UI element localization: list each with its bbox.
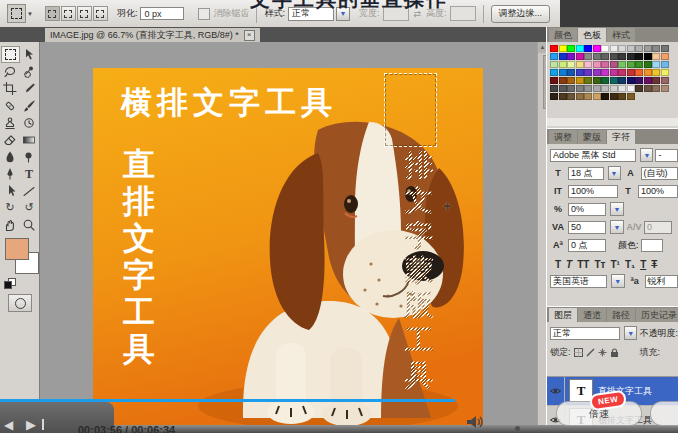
color-swatch[interactable] — [635, 61, 643, 68]
tool-line[interactable] — [20, 182, 39, 199]
document-tab[interactable]: IMAGE.jpg @ 66.7% (直排文字工具, RGB/8#) * × — [45, 28, 260, 42]
refine-edge-button[interactable]: 调整边缘... — [491, 5, 551, 23]
color-swatch[interactable] — [559, 77, 567, 84]
color-swatch[interactable] — [635, 45, 643, 52]
tool-clone-stamp[interactable] — [1, 114, 20, 131]
eye-cell[interactable] — [547, 377, 565, 405]
color-swatch[interactable] — [593, 61, 601, 68]
color-swatch[interactable] — [627, 45, 635, 52]
color-swatch[interactable] — [618, 53, 626, 60]
marquee-tool-preview[interactable] — [7, 4, 26, 23]
tracking-chevron-icon[interactable]: ▼ — [610, 220, 624, 234]
settings-dot-icon[interactable] — [515, 426, 520, 431]
font-size-chevron-icon[interactable]: ▼ — [608, 166, 621, 180]
color-swatch[interactable] — [652, 53, 660, 60]
color-swatch[interactable] — [584, 93, 592, 100]
color-swatch[interactable] — [559, 53, 567, 60]
baseline-input[interactable]: 0 点 — [568, 239, 606, 252]
color-swatch[interactable] — [652, 45, 660, 52]
color-swatch[interactable] — [550, 85, 558, 92]
faux-bold-button[interactable]: T — [555, 259, 561, 270]
antialias-checkbox[interactable] — [198, 8, 210, 20]
lock-transparency-icon[interactable] — [574, 348, 583, 357]
color-swatch[interactable] — [601, 53, 609, 60]
color-swatch[interactable] — [567, 77, 575, 84]
color-swatch[interactable] — [601, 69, 609, 76]
color-swatch[interactable] — [644, 77, 652, 84]
color-swatch[interactable] — [559, 85, 567, 92]
leading-select[interactable]: (自动) — [641, 167, 678, 180]
color-swatch[interactable] — [584, 77, 592, 84]
color-swatch[interactable] — [576, 61, 584, 68]
color-swatch[interactable] — [576, 45, 584, 52]
color-swatch[interactable] — [593, 45, 601, 52]
tool-brush[interactable] — [20, 97, 39, 114]
color-swatch[interactable] — [661, 85, 669, 92]
color-swatch[interactable] — [652, 61, 660, 68]
tab-channels[interactable]: 通道 — [578, 308, 606, 322]
tool-3d-orbit[interactable]: ↺ — [20, 199, 39, 216]
tool-path-selection[interactable] — [1, 182, 20, 199]
tool-3d-rotate[interactable]: ↻ — [1, 199, 20, 216]
color-swatch[interactable] — [601, 85, 609, 92]
font-style-select[interactable]: - — [655, 149, 678, 162]
font-family-chevron-icon[interactable]: ▼ — [640, 148, 653, 162]
color-swatch[interactable] — [584, 69, 592, 76]
color-swatch[interactable] — [576, 53, 584, 60]
color-swatch[interactable] — [635, 77, 643, 84]
color-swatch[interactable] — [576, 77, 584, 84]
color-swatch[interactable] — [567, 85, 575, 92]
antialias-select[interactable]: 锐利 — [645, 275, 678, 288]
tool-blur[interactable] — [1, 148, 20, 165]
color-swatch[interactable] — [627, 93, 635, 100]
tool-quick-selection[interactable] — [20, 63, 39, 80]
tab-styles[interactable]: 样式 — [607, 28, 635, 42]
color-swatch[interactable] — [610, 85, 618, 92]
tool-pen[interactable] — [1, 165, 20, 182]
color-swatch[interactable] — [559, 69, 567, 76]
color-swatch[interactable] — [644, 69, 652, 76]
quick-mask-button[interactable] — [8, 294, 32, 312]
tool-lasso[interactable] — [1, 63, 20, 80]
subtract-selection-button[interactable] — [77, 6, 92, 21]
tab-character[interactable]: 字符 — [607, 130, 635, 144]
blend-mode-chevron-icon[interactable]: ▼ — [624, 326, 638, 340]
tool-type[interactable]: T — [20, 165, 39, 182]
color-swatch[interactable] — [559, 61, 567, 68]
color-swatch[interactable] — [610, 61, 618, 68]
foreground-color-swatch[interactable] — [5, 238, 29, 260]
font-size-select[interactable]: 18 点 — [568, 167, 604, 180]
tab-masks[interactable]: 蒙版 — [578, 130, 606, 144]
add-selection-button[interactable] — [61, 6, 76, 21]
color-swatch[interactable] — [593, 53, 601, 60]
tool-zoom[interactable] — [20, 216, 39, 233]
color-swatch[interactable] — [652, 69, 660, 76]
color-swatch[interactable] — [601, 45, 609, 52]
color-swatch[interactable] — [652, 77, 660, 84]
superscript-button[interactable]: T¹ — [610, 259, 619, 270]
color-swatch[interactable] — [627, 53, 635, 60]
color-swatch[interactable] — [550, 77, 558, 84]
color-swatch[interactable] — [618, 45, 626, 52]
color-swatch[interactable] — [635, 53, 643, 60]
tool-history-brush[interactable] — [20, 114, 39, 131]
color-swatch[interactable] — [627, 85, 635, 92]
color-swatch[interactable] — [593, 77, 601, 84]
color-swatch[interactable] — [550, 69, 558, 76]
color-swatch[interactable] — [550, 93, 558, 100]
color-swatch[interactable] — [610, 45, 618, 52]
color-swatch[interactable] — [576, 85, 584, 92]
tab-history[interactable]: 历史记录 — [636, 308, 678, 322]
color-swatch[interactable] — [661, 45, 669, 52]
color-swatch[interactable] — [627, 69, 635, 76]
color-swatch[interactable] — [576, 69, 584, 76]
color-swatch[interactable] — [618, 61, 626, 68]
tsume-select[interactable]: 0% — [568, 203, 606, 216]
overlay-pill-button[interactable] — [650, 401, 678, 426]
color-swatch[interactable] — [618, 69, 626, 76]
small-caps-button[interactable]: Tᴛ — [594, 259, 605, 270]
color-swatch[interactable] — [584, 61, 592, 68]
color-swatch[interactable] — [584, 85, 592, 92]
tracking-select[interactable]: 50 — [568, 221, 606, 234]
faux-italic-button[interactable]: T — [566, 259, 572, 270]
